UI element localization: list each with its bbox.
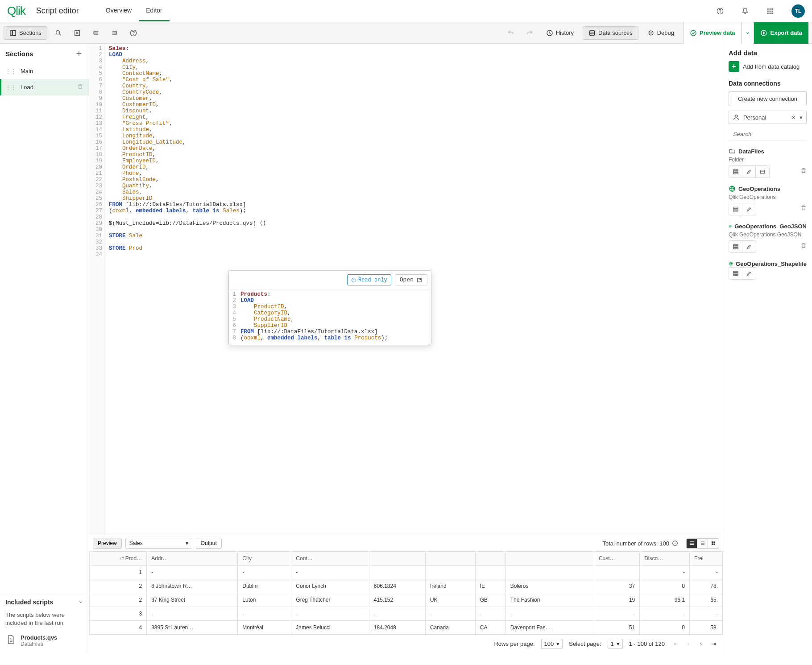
select-data-icon[interactable] — [729, 241, 742, 252]
column-header[interactable] — [369, 552, 425, 566]
pager-next-icon[interactable]: › — [696, 639, 706, 649]
column-header[interactable]: Disco… — [640, 552, 690, 566]
column-header[interactable] — [505, 552, 594, 566]
create-connection-button[interactable]: Create new connection — [729, 91, 807, 106]
column-header[interactable]: Cust… — [594, 552, 639, 566]
view-mode-buttons — [686, 538, 719, 549]
grid-view-icon[interactable] — [708, 539, 719, 548]
redo-icon[interactable] — [522, 25, 537, 41]
connection-search[interactable] — [729, 128, 807, 140]
rows-per-page-select[interactable]: 100 ▾ — [541, 639, 563, 649]
connection-item[interactable]: GeoOperations_GeoJSONQlik GeoOperations … — [729, 219, 807, 256]
svg-rect-41 — [733, 210, 738, 211]
sections-toggle[interactable]: Sections — [4, 26, 47, 40]
edit-connection-icon[interactable] — [742, 268, 756, 279]
output-tab-button[interactable]: Output — [196, 538, 222, 549]
svg-rect-40 — [733, 209, 738, 210]
pager-prev-icon[interactable]: ‹ — [684, 639, 693, 649]
sections-panel: Sections ⋮⋮Main⋮⋮Load Included scripts T… — [0, 44, 89, 653]
column-header[interactable]: ↑# Prod… — [90, 552, 147, 566]
edit-connection-icon[interactable] — [742, 166, 756, 178]
space-filter[interactable]: Personal ✕ ▾ — [729, 111, 807, 124]
svg-point-13 — [56, 30, 60, 34]
table-row[interactable]: 237 King StreetLutonGreg Thatcher415.152… — [90, 593, 723, 607]
svg-rect-45 — [733, 248, 738, 248]
debug-button[interactable]: Debug — [642, 27, 679, 39]
history-button[interactable]: History — [541, 27, 579, 39]
indent-icon[interactable] — [88, 25, 104, 41]
apps-icon[interactable] — [763, 4, 777, 18]
table-select[interactable]: Sales ▾ — [125, 538, 192, 549]
edit-connection-icon[interactable] — [742, 203, 756, 215]
search-icon[interactable] — [51, 25, 66, 41]
globe-icon — [729, 223, 732, 230]
preview-data-button[interactable]: Preview data — [683, 22, 742, 44]
code-editor[interactable]: 1234567891011121314151617181920212223242… — [89, 44, 723, 535]
connection-item[interactable]: GeoOperations_Shapefile — [729, 256, 807, 283]
export-data-button[interactable]: Export data — [754, 22, 808, 44]
pager-first-icon[interactable]: ⇤ — [671, 639, 681, 649]
select-data-icon[interactable] — [729, 268, 742, 279]
column-header[interactable]: Frei — [689, 552, 722, 566]
table-row[interactable]: 3---------- — [90, 607, 723, 621]
select-data-icon[interactable] — [729, 203, 742, 215]
column-header[interactable] — [475, 552, 505, 566]
column-header[interactable]: City — [238, 552, 291, 566]
select-data-icon[interactable] — [729, 166, 742, 178]
svg-rect-25 — [690, 541, 694, 542]
chevron-down-icon[interactable]: ▾ — [800, 114, 803, 121]
delete-section-icon[interactable] — [77, 83, 83, 91]
connection-item[interactable]: GeoOperationsQlik GeoOperations — [729, 182, 807, 219]
clear-filter-icon[interactable]: ✕ — [791, 114, 796, 121]
column-header[interactable] — [425, 552, 475, 566]
undo-icon[interactable] — [503, 25, 518, 41]
select-page-select[interactable]: 1 ▾ — [608, 639, 623, 649]
connection-search-input[interactable] — [733, 131, 808, 137]
table-row[interactable]: 1----- — [90, 566, 723, 579]
svg-rect-6 — [770, 10, 771, 12]
svg-rect-4 — [771, 8, 773, 10]
tab-editor[interactable]: Editor — [139, 0, 170, 21]
help-icon[interactable] — [713, 4, 727, 18]
table-row[interactable]: 43895 St Lauren…MontréalJames Belucci184… — [90, 621, 723, 635]
include-preview-popup: Read only Open 12345678 Products:LOAD Pr… — [228, 270, 431, 345]
comment-toggle-icon[interactable] — [70, 25, 85, 41]
delete-connection-icon[interactable] — [800, 205, 807, 212]
open-button[interactable]: Open — [395, 274, 427, 285]
included-scripts-header[interactable]: Included scripts — [0, 593, 89, 611]
preview-export-group: Preview data Export data — [683, 22, 808, 44]
pager-last-icon[interactable]: ⇥ — [708, 639, 718, 649]
info-icon[interactable] — [672, 540, 678, 546]
bell-icon[interactable] — [738, 4, 752, 18]
rows-per-page-label: Rows per page: — [494, 640, 534, 647]
preview-dropdown-icon[interactable] — [742, 22, 754, 44]
datasources-button[interactable]: Data sources — [583, 26, 638, 40]
help-tooltip-icon[interactable] — [126, 25, 141, 41]
svg-rect-9 — [770, 12, 771, 14]
outdent-icon[interactable] — [107, 25, 122, 41]
add-section-icon[interactable] — [75, 49, 83, 58]
svg-rect-48 — [733, 273, 738, 274]
preview-tab-button[interactable]: Preview — [93, 538, 122, 549]
more-icon[interactable] — [756, 166, 769, 178]
connection-item[interactable]: DataFilesFolder — [729, 144, 807, 182]
svg-rect-37 — [760, 170, 764, 173]
table-row[interactable]: 28 Johnstown R…DublinConor Lynch606.1824… — [90, 579, 723, 593]
delete-connection-icon[interactable] — [800, 167, 807, 175]
plus-icon: + — [729, 61, 739, 72]
svg-rect-7 — [771, 10, 773, 12]
drag-handle-icon[interactable]: ⋮⋮ — [5, 84, 16, 91]
section-item-load[interactable]: ⋮⋮Load — [0, 79, 89, 95]
delete-connection-icon[interactable] — [800, 242, 807, 250]
drag-handle-icon[interactable]: ⋮⋮ — [5, 68, 16, 74]
section-item-main[interactable]: ⋮⋮Main — [0, 63, 89, 79]
column-header[interactable]: Addr… — [147, 552, 238, 566]
edit-connection-icon[interactable] — [742, 241, 756, 252]
column-header[interactable]: Cont… — [291, 552, 369, 566]
add-from-catalog[interactable]: + Add from data catalog — [729, 61, 807, 72]
included-file[interactable]: Products.qvs DataFiles — [0, 632, 89, 653]
list-view-icon[interactable] — [697, 539, 708, 548]
tab-overview[interactable]: Overview — [99, 0, 139, 21]
avatar[interactable]: TL — [791, 4, 805, 18]
table-view-icon[interactable] — [687, 539, 697, 548]
